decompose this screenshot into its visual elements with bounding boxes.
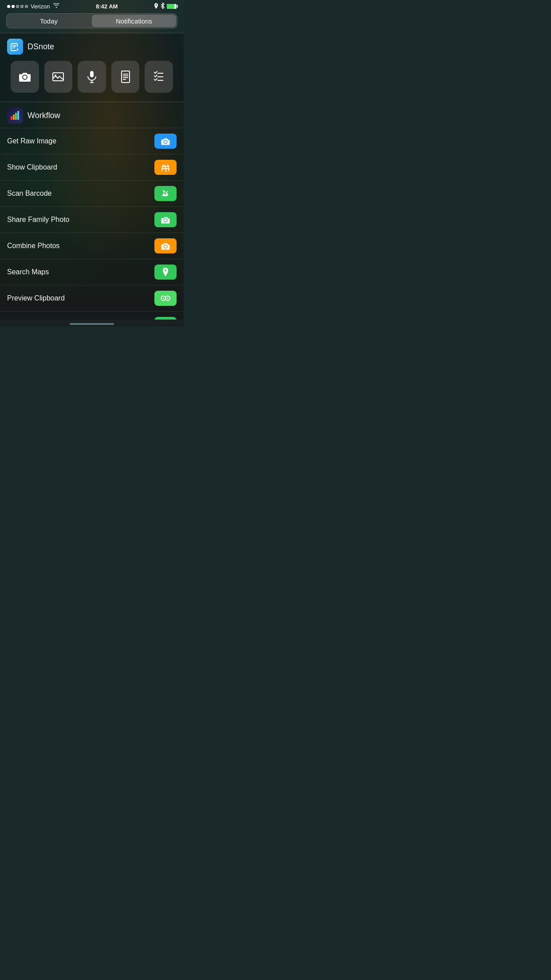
dsnote-document-button[interactable] — [111, 61, 140, 93]
signal-dot-5 — [25, 5, 28, 8]
workflow-app-icon — [7, 107, 23, 123]
workflow-item-label: Scan Barcode — [7, 190, 52, 198]
notifications-tab[interactable]: Notifications — [92, 15, 176, 27]
workflow-item-label: Show Clipboard — [7, 163, 57, 171]
workflow-item-combine-photos[interactable]: Combine Photos — [0, 233, 184, 259]
workflow-item-share-family-photo[interactable]: Share Family Photo — [0, 206, 184, 233]
signal-dot-2 — [12, 5, 15, 8]
dsnote-section: ✎ DSnote — [0, 33, 184, 102]
dsnote-app-icon: ✎ — [7, 39, 23, 55]
battery-fill — [167, 4, 174, 9]
time-display: 8:42 AM — [96, 3, 118, 10]
workflow-item-btn-combine-photos[interactable] — [154, 238, 177, 253]
workflow-item-btn-preview-clipboard[interactable] — [154, 291, 177, 306]
location-icon — [154, 3, 158, 10]
svg-text:✎: ✎ — [16, 48, 19, 51]
svg-rect-19 — [11, 116, 12, 120]
workflow-header: Workflow — [0, 102, 184, 128]
svg-rect-8 — [90, 71, 94, 77]
bluetooth-icon — [161, 3, 165, 10]
workflow-list: Get Raw Image Show Clipboard — [0, 128, 184, 320]
workflow-item-btn-scan-barcode[interactable] — [154, 186, 177, 201]
workflow-item-label: Share Family Photo — [7, 216, 70, 224]
workflow-item-barcode[interactable]: Barcode — [0, 311, 184, 320]
svg-point-28 — [167, 298, 169, 299]
workflow-item-btn-search-maps[interactable] — [154, 265, 177, 280]
dsnote-title: DSnote — [28, 42, 54, 51]
segmented-control[interactable]: Today Notifications — [6, 13, 177, 28]
workflow-item-label: Combine Photos — [7, 242, 59, 250]
dsnote-checklist-button[interactable] — [145, 61, 173, 93]
signal-dot-3 — [16, 5, 19, 8]
carrier-label: Verizon — [31, 3, 50, 10]
workflow-item-get-raw-image[interactable]: Get Raw Image — [0, 128, 184, 154]
svg-point-7 — [55, 75, 56, 76]
workflow-item-label: Preview Clipboard — [7, 294, 65, 302]
signal-dots — [7, 5, 28, 8]
svg-point-24 — [167, 191, 168, 193]
dsnote-gallery-button[interactable] — [44, 61, 73, 93]
workflow-item-btn-share-family-photo[interactable] — [154, 212, 177, 227]
workflow-item-scan-barcode[interactable]: Scan Barcode — [0, 180, 184, 206]
wifi-icon — [53, 3, 59, 9]
battery-indicator — [167, 4, 177, 9]
dsnote-header: ✎ DSnote — [7, 39, 177, 55]
svg-rect-22 — [17, 111, 19, 120]
svg-rect-20 — [13, 115, 15, 120]
workflow-item-label: Get Raw Image — [7, 137, 56, 145]
workflow-item-btn-get-raw-image[interactable] — [154, 134, 177, 149]
dsnote-microphone-button[interactable] — [78, 61, 106, 93]
signal-dot-4 — [20, 5, 24, 8]
workflow-item-btn-show-clipboard[interactable] — [154, 160, 177, 175]
svg-rect-11 — [122, 71, 130, 83]
home-indicator — [0, 320, 184, 327]
workflow-section: Workflow Get Raw Image Show Clipboard — [0, 102, 184, 320]
today-tab[interactable]: Today — [7, 14, 91, 28]
dsnote-camera-button[interactable] — [11, 61, 39, 93]
status-right — [154, 3, 177, 10]
svg-point-27 — [163, 298, 164, 299]
workflow-item-preview-clipboard[interactable]: Preview Clipboard — [0, 285, 184, 311]
status-bar: Verizon 8:42 AM — [0, 0, 184, 11]
dsnote-actions — [7, 61, 177, 98]
workflow-item-show-clipboard[interactable]: Show Clipboard — [0, 154, 184, 180]
svg-rect-21 — [15, 113, 17, 120]
status-left: Verizon — [7, 3, 59, 10]
workflow-item-search-maps[interactable]: Search Maps — [0, 259, 184, 285]
signal-dot-1 — [7, 5, 10, 8]
workflow-item-label: Search Maps — [7, 268, 49, 276]
workflow-title: Workflow — [28, 111, 60, 120]
home-bar — [70, 323, 114, 325]
